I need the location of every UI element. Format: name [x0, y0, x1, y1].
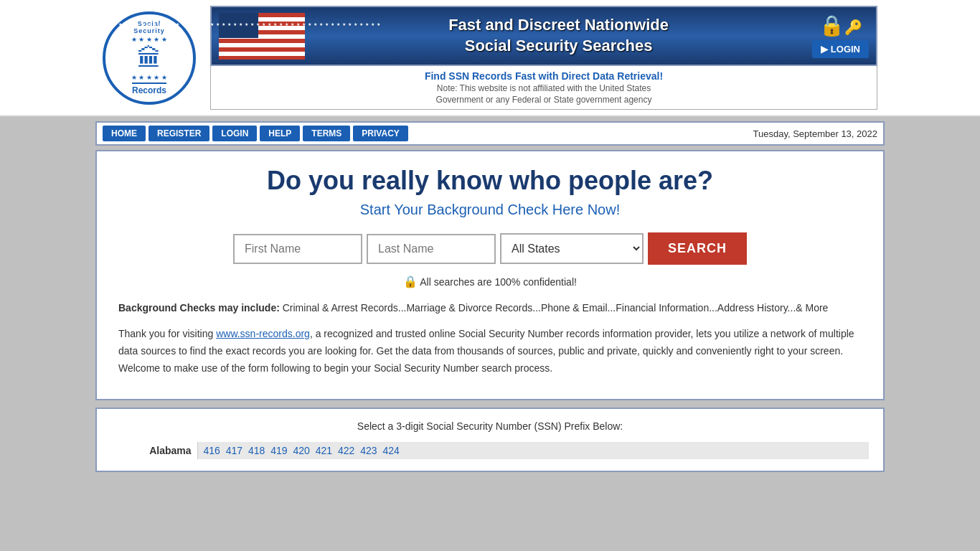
description-text: Thank you for visiting www.ssn-records.o… [118, 326, 862, 377]
search-button[interactable]: SEARCH [648, 232, 747, 265]
ssn-links-cell: 416 417 418 419 420 421 422 423 424 [197, 442, 869, 459]
flag-canton: ★★★★★★★★★★★★★★★★★★★★★★★★★★★★★★★★★★★★★★★★… [219, 13, 258, 38]
ssn-prefix-link[interactable]: 424 [383, 445, 400, 456]
search-form: All StatesAlabamaAlaskaArizonaArkansasCa… [118, 232, 862, 265]
banner-text-block: Fast and Discreet Nationwide Social Secu… [305, 15, 812, 56]
ssn-select-label: Select a 3-digit Social Security Number … [111, 420, 869, 432]
nav-home-button[interactable]: HOME [103, 126, 146, 141]
ssn-prefix-link[interactable]: 422 [338, 445, 354, 456]
main-heading: Do you really know who people are? [118, 166, 862, 196]
ssn-prefix-box: Select a 3-digit Social Security Number … [95, 408, 885, 472]
nav-register-button[interactable]: REGISTER [149, 126, 209, 141]
banner-bottom: Find SSN Records Fast with Direct Data R… [210, 66, 877, 110]
logo-text-security: Security [133, 27, 165, 34]
banner-find-text: Find SSN Records Fast with Direct Data R… [215, 70, 872, 82]
nav-date: Tuesday, September 13, 2022 [753, 128, 877, 139]
bg-check-rest: Criminal & Arrest Records...Marriage & D… [280, 302, 829, 314]
flag-stars: ★★★★★★★★★★★★★★★★★★★★★★★★★★★★★★★★★★★★★★★★… [95, 22, 382, 27]
ssn-prefix-link[interactable]: 420 [293, 445, 310, 456]
logo-building-icon: 🏛 [137, 44, 161, 72]
logo-stars-top: ★ ★ ★ ★ ★ [131, 36, 167, 43]
main-content-box: Do you really know who people are? Start… [95, 150, 885, 400]
first-name-input[interactable] [233, 234, 362, 264]
ssn-prefix-link[interactable]: 421 [316, 445, 332, 456]
ssn-table-row: Alabama416 417 418 419 420 421 422 423 4… [111, 442, 869, 459]
main-subheading: Start Your Background Check Here Now! [118, 202, 862, 218]
logo-stars-bottom: ★ ★ ★ ★ ★ [131, 74, 167, 81]
banner-note-line2: Government or any Federal or State gover… [215, 95, 872, 105]
ssn-prefix-link[interactable]: 423 [360, 445, 377, 456]
banner-flag: ★★★★★★★★★★★★★★★★★★★★★★★★★★★★★★★★★★★★★★★★… [212, 7, 876, 65]
nav-help-button[interactable]: HELP [260, 126, 300, 141]
banner-note-line1: Note: This website is not affiliated wit… [215, 83, 872, 93]
ssn-prefix-link[interactable]: 419 [270, 445, 287, 456]
ssn-state-cell: Alabama [111, 442, 197, 459]
last-name-input[interactable] [367, 234, 496, 264]
lock-icon: 🔒🔑 [812, 14, 869, 37]
banner-headline-line2: Social Security Searches [312, 36, 805, 57]
confidential-text: All searches are 100% confidential! [420, 276, 577, 288]
ssn-prefix-link[interactable]: 416 [204, 445, 220, 456]
flag-graphic: ★★★★★★★★★★★★★★★★★★★★★★★★★★★★★★★★★★★★★★★★… [219, 13, 305, 60]
state-select[interactable]: All StatesAlabamaAlaskaArizonaArkansasCa… [500, 233, 644, 264]
ssn-prefix-table: Alabama416 417 418 419 420 421 422 423 4… [111, 442, 869, 459]
login-button[interactable]: LOGIN [812, 40, 869, 58]
confidential-lock-icon: 🔒 [403, 276, 418, 288]
nav-privacy-button[interactable]: PRIVACY [353, 126, 407, 141]
nav-terms-button[interactable]: TERMS [303, 126, 350, 141]
ssn-records-link[interactable]: www.ssn-records.org [216, 328, 310, 339]
bg-check-bold: Background Checks may include: [118, 302, 280, 314]
logo-text-records: Records [132, 83, 166, 95]
banner-headline-line1: Fast and Discreet Nationwide [312, 15, 805, 36]
confidential-note: 🔒 All searches are 100% confidential! [118, 275, 862, 288]
nav-bar: HOME REGISTER LOGIN HELP TERMS PRIVACY T… [95, 121, 885, 146]
ssn-prefix-link[interactable]: 418 [248, 445, 265, 456]
banner-area: ★★★★★★★★★★★★★★★★★★★★★★★★★★★★★★★★★★★★★★★★… [210, 6, 877, 110]
bg-check-text: Background Checks may include: Criminal … [118, 300, 862, 316]
nav-login-button[interactable]: LOGIN [212, 126, 257, 141]
banner-top: ★★★★★★★★★★★★★★★★★★★★★★★★★★★★★★★★★★★★★★★★… [210, 6, 877, 66]
ssn-prefix-link[interactable]: 417 [226, 445, 242, 456]
login-btn-area: 🔒🔑 LOGIN [812, 14, 869, 58]
